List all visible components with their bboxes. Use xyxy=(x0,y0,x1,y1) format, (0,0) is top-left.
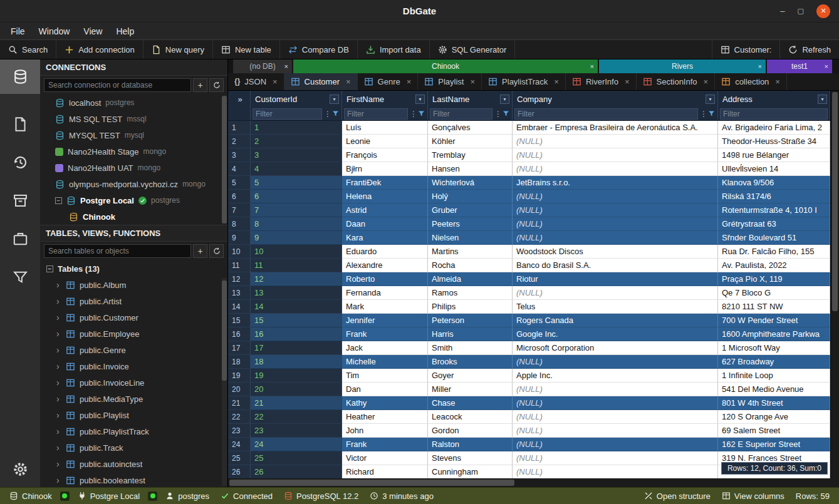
refresh-tables-button[interactable] xyxy=(209,244,224,258)
cell[interactable]: Nielsen xyxy=(428,231,513,245)
cell-customerid[interactable]: 13 xyxy=(251,286,342,300)
cell[interactable]: Google Inc. xyxy=(513,327,718,341)
filter-input-customerid[interactable] xyxy=(253,108,322,120)
status-open-structure[interactable]: Open structure xyxy=(638,491,716,501)
row-number[interactable]: 10 xyxy=(228,245,251,259)
cell[interactable]: (NULL) xyxy=(513,355,718,369)
column-dropdown-icon[interactable]: ▾ xyxy=(706,95,715,104)
databases-icon[interactable] xyxy=(13,69,28,85)
cell-customerid[interactable]: 10 xyxy=(251,245,342,259)
cell[interactable]: (NULL) xyxy=(513,135,718,148)
cell[interactable]: (NULL) xyxy=(513,231,718,245)
connection-nano2health-uat[interactable]: Nano2Health UATmongo xyxy=(40,160,227,176)
cell[interactable]: Hansen xyxy=(428,162,513,176)
column-header-address[interactable]: Address▾ xyxy=(718,91,830,107)
cell-customerid[interactable]: 9 xyxy=(251,231,342,245)
cell[interactable]: Jack xyxy=(342,341,428,355)
plugins-icon[interactable] xyxy=(13,231,28,247)
cell[interactable]: Tim xyxy=(342,369,428,383)
close-icon[interactable]: × xyxy=(758,63,762,70)
cell[interactable]: (NULL) xyxy=(513,203,718,217)
cell-customerid[interactable]: 16 xyxy=(251,327,342,341)
cell[interactable]: Riotur xyxy=(513,272,718,286)
tab-json[interactable]: {}JSON× xyxy=(228,73,284,90)
table-public-customer[interactable]: ›public.Customer xyxy=(40,309,227,326)
row-number[interactable]: 16 xyxy=(228,327,251,341)
tab-collection[interactable]: collection× xyxy=(715,73,787,90)
tab-riverinfo[interactable]: RiverInfo× xyxy=(566,73,637,90)
cell[interactable]: FrantiĐek xyxy=(342,176,428,190)
cell[interactable]: Apple Inc. xyxy=(513,369,718,383)
minimize-button[interactable]: – xyxy=(780,6,784,16)
cell[interactable]: François xyxy=(342,148,428,162)
table-public-booleantest[interactable]: ›public.booleantest xyxy=(40,472,227,487)
cell[interactable]: Jennifer xyxy=(342,314,428,327)
cell[interactable]: Martins xyxy=(428,245,513,259)
tab-customer[interactable]: Customer× xyxy=(284,73,358,90)
cell[interactable]: Kathy xyxy=(342,396,428,410)
cell[interactable]: Telus xyxy=(513,300,718,314)
column-header-firstname[interactable]: FirstName▾ xyxy=(342,91,428,107)
cell[interactable]: Miller xyxy=(428,383,513,396)
cell[interactable]: (NULL) xyxy=(513,410,718,424)
column-header-lastname[interactable]: LastName▾ xyxy=(428,91,513,107)
cell[interactable]: Praça Pio X, 119 xyxy=(718,272,830,286)
toolbar-add-connection-button[interactable]: Add connection xyxy=(56,40,143,59)
row-number[interactable]: 9 xyxy=(228,231,251,245)
cell[interactable]: Fernanda xyxy=(342,286,428,300)
cell[interactable]: 1600 Amphitheatre Parkwa xyxy=(718,327,830,341)
cell[interactable]: Michelle xyxy=(342,355,428,369)
toolbar-new-table-button[interactable]: New table xyxy=(213,40,280,59)
row-number[interactable]: 7 xyxy=(228,203,251,217)
cell-customerid[interactable]: 19 xyxy=(251,369,342,383)
column-dropdown-icon[interactable]: ▾ xyxy=(330,95,339,104)
row-number[interactable]: 13 xyxy=(228,286,251,300)
filter-input-lastname[interactable] xyxy=(430,108,492,120)
cell[interactable]: Goyer xyxy=(428,369,513,383)
cell[interactable]: Mark xyxy=(342,300,428,314)
cell[interactable]: 1 Microsoft Way xyxy=(718,341,830,355)
toolbar-sql-generator-button[interactable]: SQL Generator xyxy=(430,40,516,59)
row-number[interactable]: 12 xyxy=(228,272,251,286)
menu-file[interactable]: File xyxy=(4,23,32,39)
connections-search-input[interactable] xyxy=(44,78,191,92)
cell[interactable]: 8210 111 ST NW xyxy=(718,300,830,314)
maximize-button[interactable]: ▢ xyxy=(798,7,804,15)
cell[interactable]: (NULL) xyxy=(513,148,718,162)
cell-customerid[interactable]: 21 xyxy=(251,396,342,410)
cell[interactable]: Ullevĺlsveien 14 xyxy=(718,162,830,176)
cell[interactable]: Woodstock Discos xyxy=(513,245,718,259)
table-public-invoice[interactable]: ›public.Invoice xyxy=(40,358,227,374)
cell[interactable]: Luís xyxy=(342,121,428,135)
cell[interactable]: 1498 rue Bélanger xyxy=(718,148,830,162)
connection-localhost[interactable]: localhostpostgres xyxy=(40,95,227,111)
cell[interactable]: Victor xyxy=(342,451,428,465)
cell[interactable]: Daan xyxy=(342,217,428,231)
column-header-customerid[interactable]: CustomerId▾ xyxy=(251,91,342,107)
cell-customerid[interactable]: 17 xyxy=(251,341,342,355)
cell[interactable]: Stevens xyxy=(428,451,513,465)
files-icon[interactable] xyxy=(13,116,28,132)
toolbar-import-data-button[interactable]: Import data xyxy=(358,40,430,59)
table-public-employee[interactable]: ›public.Employee xyxy=(40,326,227,342)
cell[interactable]: Heather xyxy=(342,410,428,424)
cell[interactable]: 801 W 4th Street xyxy=(718,396,830,410)
filter-menu-icon[interactable]: ⋮ xyxy=(410,110,415,118)
filter-input-address[interactable] xyxy=(720,108,828,120)
cell[interactable]: Richard xyxy=(342,465,428,478)
cell[interactable]: Smith xyxy=(428,341,513,355)
cell[interactable]: Frank xyxy=(342,327,428,341)
row-number[interactable]: 18 xyxy=(228,355,251,369)
connection-ms-sql-test[interactable]: MS SQL TESTmssql xyxy=(40,111,227,127)
filter-input-company[interactable] xyxy=(514,108,698,120)
cell[interactable]: Grétrystraat 63 xyxy=(718,217,830,231)
menu-view[interactable]: View xyxy=(76,23,109,39)
toolbar-customer-button[interactable]: Customer: xyxy=(712,40,780,59)
connection-nano2health-stage[interactable]: Nano2Health Stagemongo xyxy=(40,143,227,160)
cell[interactable]: Gonçalves xyxy=(428,121,513,135)
column-dropdown-icon[interactable]: ▾ xyxy=(500,95,509,104)
row-number[interactable]: 3 xyxy=(228,148,251,162)
cell[interactable]: (NULL) xyxy=(513,438,718,451)
cell[interactable]: Sřnder Boulevard 51 xyxy=(718,231,830,245)
db-tab-no-db[interactable]: (no DB)× xyxy=(233,59,292,73)
